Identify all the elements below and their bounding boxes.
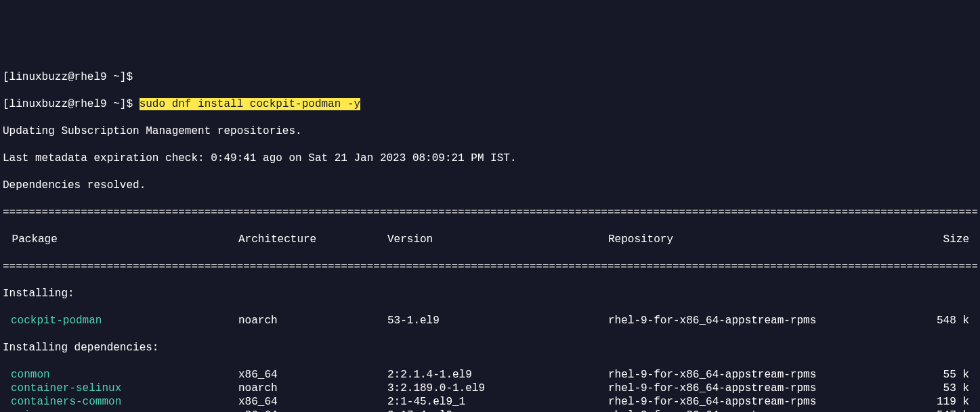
package-repo: rhel-9-for-x86_64-appstream-rpms: [608, 368, 920, 382]
package-row: conmonx86_642:2.1.4-1.el9rhel-9-for-x86_…: [3, 368, 977, 382]
package-arch: noarch: [238, 314, 387, 327]
terminal-output: [linuxbuzz@rhel9 ~]$ [linuxbuzz@rhel9 ~]…: [3, 57, 977, 412]
package-version: 3.17-4.el9: [387, 409, 608, 412]
package-version: 2:2.1.4-1.el9: [387, 368, 608, 382]
package-repo: rhel-9-for-x86_64-appstream-rpms: [608, 314, 920, 327]
package-size: 548 k: [920, 314, 977, 327]
divider-line: ========================================…: [3, 206, 977, 219]
divider-line: ========================================…: [3, 260, 977, 273]
package-row: containers-commonx86_642:1-45.el9_1rhel-…: [3, 395, 977, 409]
package-row: criux86_643.17-4.el9rhel-9-for-x86_64-ap…: [3, 409, 977, 412]
output-line: Updating Subscription Management reposit…: [3, 124, 977, 138]
command-text: sudo dnf install cockpit-podman -y: [140, 98, 360, 110]
package-name: containers-common: [3, 395, 238, 409]
header-version: Version: [387, 233, 608, 246]
package-name: conmon: [3, 368, 238, 382]
package-repo: rhel-9-for-x86_64-appstream-rpms: [608, 382, 920, 395]
package-row: cockpit-podmannoarch53-1.el9rhel-9-for-x…: [3, 314, 977, 327]
package-name: criu: [3, 409, 238, 412]
package-size: 53 k: [920, 382, 977, 395]
package-row: container-selinuxnoarch3:2.189.0-1.el9rh…: [3, 382, 977, 395]
package-size: 119 k: [920, 395, 977, 409]
shell-prompt: [linuxbuzz@rhel9 ~]$: [3, 71, 133, 83]
section-installing: Installing:: [3, 287, 977, 300]
package-repo: rhel-9-for-x86_64-appstream-rpms: [608, 395, 920, 409]
section-installing-deps: Installing dependencies:: [3, 341, 977, 354]
package-name: cockpit-podman: [3, 314, 238, 327]
output-line: Dependencies resolved.: [3, 179, 977, 192]
shell-prompt: [linuxbuzz@rhel9 ~]$: [3, 98, 140, 110]
header-architecture: Architecture: [238, 233, 387, 246]
prompt-line-2[interactable]: [linuxbuzz@rhel9 ~]$ sudo dnf install co…: [3, 97, 977, 111]
header-package: Package: [5, 233, 238, 246]
header-repository: Repository: [608, 233, 920, 246]
prompt-line-1[interactable]: [linuxbuzz@rhel9 ~]$: [3, 70, 977, 84]
package-repo: rhel-9-for-x86_64-appstream-rpms: [608, 409, 920, 412]
output-line: Last metadata expiration check: 0:49:41 …: [3, 152, 977, 165]
package-arch: x86_64: [238, 368, 387, 382]
header-size: Size: [920, 233, 977, 246]
package-name: container-selinux: [3, 382, 238, 395]
package-version: 2:1-45.el9_1: [387, 395, 608, 409]
package-version: 53-1.el9: [387, 314, 608, 327]
package-size: 547 k: [920, 409, 977, 412]
package-arch: x86_64: [238, 395, 387, 409]
package-version: 3:2.189.0-1.el9: [387, 382, 608, 395]
table-header: Package Architecture Version Repository …: [3, 233, 977, 246]
package-arch: noarch: [238, 382, 387, 395]
package-size: 55 k: [920, 368, 977, 382]
package-arch: x86_64: [238, 409, 387, 412]
